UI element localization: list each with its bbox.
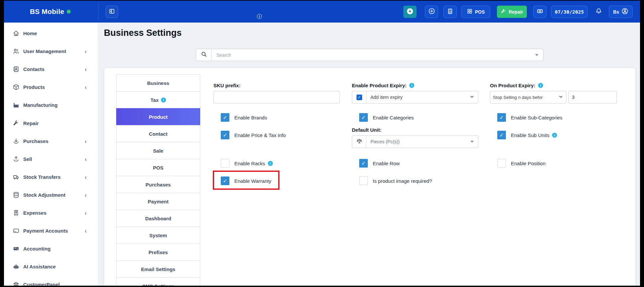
sidebar-item-purchases[interactable]: Purchases ‹ xyxy=(4,137,98,145)
enable-sub-categories-checkbox[interactable]: ✓ xyxy=(497,113,506,122)
tab-product[interactable]: Product xyxy=(116,108,200,125)
enable-sub-units-checkbox[interactable]: ✓ xyxy=(497,131,506,139)
tab-prefixes[interactable]: Prefixes xyxy=(116,244,200,261)
enable-position-row[interactable]: Enable Position xyxy=(497,159,545,168)
sidebar-item-label: Contacts xyxy=(23,66,44,72)
repair-button[interactable]: Repair xyxy=(497,6,527,18)
enable-warranty-row[interactable]: ✓ Enable Warranty xyxy=(221,177,271,185)
tab-tax[interactable]: Taxi xyxy=(116,91,200,108)
notifications-button[interactable] xyxy=(592,6,605,18)
info-icon[interactable]: i xyxy=(552,133,557,138)
calculator-icon xyxy=(447,8,453,16)
scale-icon xyxy=(356,138,362,146)
repair-button-label: Repair xyxy=(509,9,523,15)
enable-warranty-checkbox[interactable]: ✓ xyxy=(221,177,229,185)
enable-brands-row[interactable]: ✓ Enable Brands xyxy=(221,113,267,122)
info-icon[interactable]: i xyxy=(409,83,414,88)
tab-sale[interactable]: Sale xyxy=(116,142,200,159)
default-unit-label: Default Unit: xyxy=(352,127,381,133)
info-icon[interactable]: i xyxy=(268,161,273,166)
sidebar-item-home[interactable]: Home xyxy=(4,29,98,37)
product-image-required-checkbox[interactable] xyxy=(359,177,368,185)
tab-label: SMS Settings xyxy=(142,283,174,286)
app-logo[interactable]: BS Mobile xyxy=(30,1,71,23)
calculator-button[interactable] xyxy=(443,6,457,18)
cash-register-button[interactable] xyxy=(533,6,546,18)
tab-dashboard[interactable]: Dashboard xyxy=(116,210,200,227)
enable-categories-label: Enable Categories xyxy=(373,115,414,120)
enable-brands-checkbox[interactable]: ✓ xyxy=(221,113,229,122)
enable-racks-label: Enable Racksi xyxy=(234,161,273,166)
box-icon xyxy=(12,83,20,91)
sidebar-item-ai-assistance[interactable]: AI Assistance xyxy=(4,262,98,271)
users-icon xyxy=(12,47,20,55)
sku-prefix-input[interactable] xyxy=(213,91,340,104)
sidebar-item-stock-adjustment[interactable]: Stock Adjustment ‹ xyxy=(4,190,98,199)
tab-system[interactable]: System xyxy=(116,227,200,244)
user-menu-button[interactable]: Bs xyxy=(609,6,633,18)
info-icon[interactable]: i xyxy=(538,83,543,88)
sidebar-item-label: Accounting xyxy=(23,246,51,251)
enable-price-tax-row[interactable]: ✓ Enable Price & Tax info xyxy=(221,131,286,139)
top-navbar: BS Mobile i xyxy=(4,1,640,23)
on-expiry-action-select[interactable]: Stop Selling n days befor xyxy=(490,91,566,104)
sidebar-item-user-management[interactable]: User Management ‹ xyxy=(4,47,98,55)
sidebar-item-manufacturing[interactable]: Manufacturing xyxy=(4,101,98,109)
sidebar-item-label: Payment Accounts xyxy=(23,228,68,234)
expiry-days-input[interactable] xyxy=(568,91,617,104)
tab-purchases[interactable]: Purchases xyxy=(116,176,200,193)
sidebar-item-products[interactable]: Products ‹ xyxy=(4,83,98,91)
tab-contact[interactable]: Contact xyxy=(116,125,200,142)
tab-pos[interactable]: POS xyxy=(116,159,200,176)
tab-label: Prefixes xyxy=(148,250,168,255)
sidebar-item-stock-transfers[interactable]: Stock Transfers ‹ xyxy=(4,173,98,181)
factory-icon xyxy=(12,101,20,108)
enable-row-checkbox[interactable]: ✓ xyxy=(359,159,368,168)
navbar-info-icon[interactable]: i xyxy=(257,14,262,19)
default-unit-select[interactable]: Pieces (Pc(s)) xyxy=(352,135,478,148)
sidebar-toggle-button[interactable] xyxy=(106,6,118,18)
expiry-type-select[interactable]: Add item expiry xyxy=(366,95,470,100)
tab-email-settings[interactable]: Email Settings xyxy=(116,260,200,278)
enable-price-tax-checkbox[interactable]: ✓ xyxy=(221,131,229,139)
product-image-required-row[interactable]: Is product image required? xyxy=(359,177,432,185)
chevron-down-icon xyxy=(559,94,563,100)
pos-button-label: POS xyxy=(475,9,485,15)
enable-brands-label: Enable Brands xyxy=(234,115,267,120)
user-initials: Bs xyxy=(613,9,619,15)
tab-sms-settings[interactable]: SMS Settings xyxy=(116,277,200,286)
chevron-down-icon[interactable] xyxy=(535,54,538,56)
search-input[interactable] xyxy=(212,52,535,58)
tab-business[interactable]: Business xyxy=(116,74,200,92)
chevron-left-icon: ‹ xyxy=(85,192,87,198)
sidebar-item-contacts[interactable]: Contacts ‹ xyxy=(4,65,98,73)
sidebar-item-payment-accounts[interactable]: Payment Accounts ‹ xyxy=(4,226,98,235)
sidebar-item-repair[interactable]: Repair xyxy=(4,119,98,127)
enable-racks-checkbox[interactable] xyxy=(221,159,229,168)
sidebar-item-expenses[interactable]: Expenses ‹ xyxy=(4,208,98,217)
enable-categories-checkbox[interactable]: ✓ xyxy=(359,113,368,122)
enable-sub-categories-row[interactable]: ✓ Enable Sub-Categories xyxy=(497,113,562,122)
arrow-down-icon xyxy=(12,137,20,145)
info-icon[interactable]: i xyxy=(161,98,166,103)
sidebar-item-customer-panel[interactable]: CustomerPanel xyxy=(4,280,98,286)
tab-label: POS xyxy=(153,165,164,171)
credit-card-icon xyxy=(12,227,20,234)
add-button[interactable] xyxy=(425,6,438,18)
enable-sub-units-row[interactable]: ✓ Enable Sub Unitsi xyxy=(497,131,557,139)
enable-row-row[interactable]: ✓ Enable Row xyxy=(359,159,400,168)
enable-position-checkbox[interactable] xyxy=(497,159,506,168)
date-button[interactable]: 07/30/2025 xyxy=(551,6,588,18)
tab-payment[interactable]: Payment xyxy=(116,193,200,210)
product-expiry-combo[interactable]: ✓ Add item expiry xyxy=(352,91,478,104)
pos-button[interactable]: POS xyxy=(461,6,490,18)
product-expiry-checkbox[interactable]: ✓ xyxy=(357,95,362,100)
sidebar-item-label: Expenses xyxy=(23,210,46,216)
enable-racks-row[interactable]: Enable Racksi xyxy=(221,159,273,168)
enable-categories-row[interactable]: ✓ Enable Categories xyxy=(359,113,414,122)
banknote-icon xyxy=(536,8,543,16)
sidebar-item-accounting[interactable]: Accounting xyxy=(4,244,98,253)
download-button[interactable] xyxy=(403,6,417,18)
tab-label: Dashboard xyxy=(145,216,171,221)
sidebar-item-sell[interactable]: Sell ‹ xyxy=(4,155,98,163)
